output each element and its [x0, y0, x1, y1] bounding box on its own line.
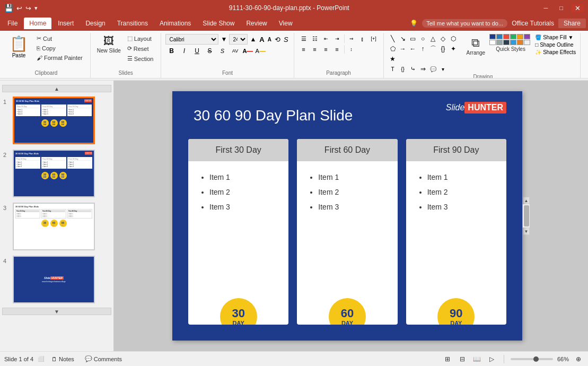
menu-insert[interactable]: Insert — [52, 18, 79, 29]
shape-triangle[interactable]: △ — [428, 34, 438, 43]
align-right-button[interactable]: ≡ — [321, 45, 331, 54]
line-spacing-button[interactable]: ↕ — [346, 45, 357, 54]
menu-slideshow[interactable]: Slide Show — [197, 18, 240, 29]
shape-star5[interactable]: ★ — [388, 54, 398, 64]
shape-rect[interactable]: ▭ — [408, 34, 418, 43]
scroll-up-button[interactable]: ▲ — [523, 197, 530, 204]
slide-thumb-1[interactable]: 1 30 60 90 Day Plan Slide HUNTER First 3… — [2, 95, 111, 145]
shape-double-arrow[interactable]: ⇒ — [418, 64, 428, 74]
shape-circle[interactable]: ○ — [418, 34, 428, 43]
shape-star4[interactable]: ✦ — [449, 44, 458, 54]
clear-format-btn[interactable]: ⟲ — [274, 36, 282, 43]
qs-12[interactable] — [524, 40, 530, 45]
qs-6[interactable] — [524, 34, 530, 39]
smartart-button[interactable]: [+] — [368, 34, 379, 43]
copy-button[interactable]: ⎘Copy — [33, 44, 86, 53]
close-button[interactable]: ✕ — [572, 4, 584, 12]
font-size-increase[interactable]: ▲ — [249, 36, 257, 43]
menu-design[interactable]: Design — [80, 18, 110, 29]
align-left-button[interactable]: ≡ — [299, 45, 309, 54]
char-spacing-btn[interactable]: AV — [229, 46, 241, 56]
qs-8[interactable] — [496, 40, 503, 45]
menu-animations[interactable]: Animations — [154, 18, 196, 29]
qs-10[interactable] — [510, 40, 516, 45]
qs-3[interactable] — [503, 34, 510, 39]
justify-button[interactable]: ≡ — [332, 45, 343, 54]
shape-brace[interactable]: {} — [438, 44, 448, 54]
font-size-decrease[interactable]: ▼ — [220, 36, 228, 43]
shape-fill-button[interactable]: 🪣 Shape Fill ▼ — [533, 34, 578, 41]
font-size-down-btn[interactable]: A — [267, 37, 273, 42]
shape-callout[interactable]: 💬 — [428, 64, 438, 74]
slide-thumb-3[interactable]: 3 30 60 90 Day Plan Slide First 30 Day •… — [2, 202, 111, 251]
increase-indent-button[interactable]: ⇥ — [332, 34, 343, 43]
save-icon[interactable]: 💾 — [4, 4, 13, 12]
shape-arrow2[interactable]: ⤷ — [408, 64, 418, 74]
shape-more[interactable]: ▾ — [438, 64, 448, 74]
shape-hexagon[interactable]: ⬡ — [449, 34, 458, 43]
minimize-button[interactable]: ─ — [541, 5, 551, 11]
menu-transitions[interactable]: Transitions — [112, 18, 153, 29]
qs-5[interactable] — [517, 34, 523, 39]
shape-pentagon[interactable]: ⬠ — [388, 44, 398, 54]
scroll-track[interactable] — [523, 204, 530, 228]
arrange-button[interactable]: ⧉ Arrange — [463, 34, 489, 58]
columns-button[interactable]: ⫿ — [357, 34, 368, 43]
paste-button[interactable]: 📋 Paste — [6, 34, 31, 59]
panel-scroll-up[interactable]: ▲ — [2, 85, 111, 92]
decrease-indent-button[interactable]: ⇤ — [321, 34, 331, 43]
slide-image-2[interactable]: 30 60 90 Day Plan Slide HUNTER First 30 … — [13, 150, 95, 197]
bold-button[interactable]: B — [165, 46, 177, 56]
slide-image-3[interactable]: 30 60 90 Day Plan Slide First 30 Day • I… — [13, 203, 95, 250]
slide-thumb-2[interactable]: 2 30 60 90 Day Plan Slide HUNTER First 3… — [2, 149, 111, 198]
menu-review[interactable]: Review — [241, 18, 272, 29]
slide-image-1[interactable]: 30 60 90 Day Plan Slide HUNTER First 30 … — [13, 97, 95, 144]
italic-button[interactable]: I — [178, 46, 190, 56]
layout-button[interactable]: ⬚ Layout — [124, 34, 157, 43]
slideshow-button[interactable]: ▷ — [487, 354, 497, 364]
find-button[interactable]: 🔍 Find — [585, 34, 588, 43]
zoom-slider[interactable] — [511, 358, 553, 360]
strikethrough-button[interactable]: S — [204, 46, 215, 56]
text-shadow-button2[interactable]: S — [216, 46, 228, 56]
zoom-fit-button[interactable]: ⊕ — [573, 354, 584, 364]
text-direction-button[interactable]: ⇒ — [346, 34, 357, 43]
slide-card-60[interactable]: First 60 Day Item 1 Item 2 Item 3 60 DAY — [297, 139, 397, 325]
shape-line[interactable]: ╲ — [388, 34, 398, 43]
panel-scroll-down[interactable]: ▼ — [2, 308, 111, 315]
shape-right-arrow[interactable]: → — [398, 44, 408, 54]
numbering-button[interactable]: ☷ — [310, 34, 320, 43]
underline-button[interactable]: U — [191, 46, 203, 56]
qs-4[interactable] — [510, 34, 516, 39]
maximize-button[interactable]: □ — [556, 5, 566, 11]
redo-icon[interactable]: ↪ — [25, 4, 31, 12]
font-size-up-btn[interactable]: A — [258, 36, 265, 43]
replace-button[interactable]: ab Replace — [585, 43, 588, 52]
undo-icon[interactable]: ↩ — [16, 4, 22, 12]
text-highlight-button[interactable]: A — [254, 46, 266, 56]
menu-view[interactable]: View — [274, 18, 298, 29]
center-button[interactable]: ≡ — [310, 45, 320, 54]
menu-file[interactable]: File — [2, 18, 23, 29]
font-name-select[interactable]: Calibri — [165, 34, 218, 45]
new-slide-button[interactable]: 🖼 New Slide — [95, 34, 123, 55]
shape-curve[interactable]: ⌒ — [428, 44, 438, 54]
font-size-select[interactable]: 24 — [229, 34, 248, 45]
office-tutorials-link[interactable]: Office Tutorials — [512, 20, 554, 27]
shape-left-arrow[interactable]: ← — [408, 44, 418, 54]
shape-up-arrow[interactable]: ↑ — [418, 44, 428, 54]
cut-button[interactable]: ✂Cut — [33, 34, 86, 43]
notes-button[interactable]: 🗒 Notes — [48, 355, 77, 363]
slide-sorter-button[interactable]: ⊟ — [457, 354, 468, 364]
qs-2[interactable] — [496, 34, 503, 39]
shape-equation[interactable]: {} — [398, 64, 408, 74]
shape-textbox[interactable]: T — [388, 64, 398, 74]
comments-button[interactable]: 💬 Comments — [82, 354, 125, 363]
shape-outline-button[interactable]: □ Shape Outline — [533, 41, 578, 48]
qs-7[interactable] — [489, 40, 496, 45]
bullets-button[interactable]: ☰ — [299, 34, 309, 43]
menu-home[interactable]: Home — [24, 18, 51, 29]
slide-card-30[interactable]: First 30 Day Item 1 Item 2 Item 3 30 DAY — [188, 139, 288, 325]
font-color-button[interactable]: A — [242, 46, 253, 56]
qs-9[interactable] — [503, 40, 510, 45]
